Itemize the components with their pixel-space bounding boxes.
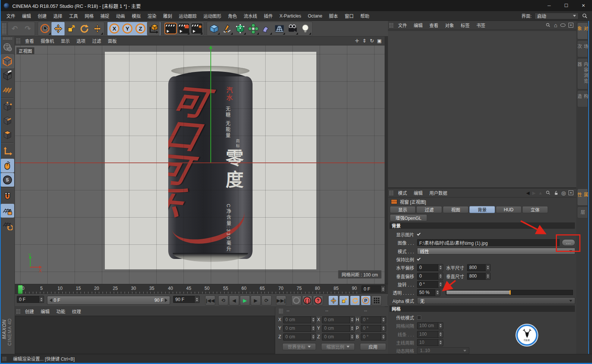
last-tool-button[interactable] (91, 22, 104, 35)
view-name-label[interactable]: 正视图 (16, 47, 34, 54)
lock-workplane-button[interactable] (1, 204, 14, 218)
coordinate-system-button[interactable] (147, 22, 160, 35)
tab-enhanced-opengl[interactable]: 增强OpenGL (390, 214, 427, 221)
viewport-menu-item[interactable]: 摄像机 (37, 38, 57, 44)
history-forward-icon[interactable]: ▶ (532, 190, 536, 196)
tab-layers[interactable]: 层 (577, 206, 588, 218)
go-to-end-button[interactable]: ▶▶| (276, 295, 286, 306)
mode-toolbar-grip[interactable] (3, 37, 12, 39)
workplane-rotate-button[interactable] (1, 218, 14, 232)
object-menu-item[interactable]: 标签 (457, 22, 473, 28)
spinner[interactable] (381, 325, 386, 332)
viewport-menu-item[interactable]: 过滤 (89, 38, 104, 44)
pan-view-icon[interactable]: ✛ (354, 38, 360, 44)
rotation-field[interactable]: 0 ° (417, 281, 438, 288)
toolbar-grip[interactable] (2, 23, 6, 34)
menubar-item[interactable]: 插件 (260, 13, 276, 19)
search-icon[interactable] (545, 190, 551, 196)
scale-tool-button[interactable] (65, 22, 78, 35)
add-spline-pen-button[interactable] (220, 22, 234, 35)
pos-y-field[interactable]: 0 cm (283, 325, 311, 332)
attribute-menu-item[interactable]: 模式 (395, 190, 410, 196)
keep-ratio-checkbox[interactable] (417, 257, 421, 261)
tab-stereo[interactable]: 立体 (522, 206, 548, 213)
render-to-picture-viewer-button[interactable] (177, 22, 190, 35)
viewport-solo-button[interactable] (1, 159, 14, 172)
menubar-item[interactable]: 捕捉 (97, 13, 113, 19)
coordinates-grip[interactable] (279, 308, 283, 314)
pos-x-field[interactable]: 0 cm (283, 316, 311, 323)
viewport-menu-item[interactable]: 面板 (104, 38, 120, 44)
play-button[interactable]: ▶ (240, 295, 250, 306)
magnet-snap-button[interactable] (1, 190, 14, 203)
menubar-item[interactable]: 动画 (113, 13, 128, 19)
tab-objects[interactable]: 对象 (577, 22, 588, 39)
floor-environment-button[interactable] (273, 22, 286, 35)
object-menu-item[interactable]: 对象 (442, 22, 457, 28)
points-mode-button[interactable] (1, 99, 14, 113)
menubar-item[interactable]: 雕刻 (160, 13, 175, 19)
lock-y-axis-button[interactable]: Y (121, 22, 134, 35)
spinner[interactable] (438, 264, 443, 271)
menubar-item[interactable]: 模拟 (128, 13, 144, 19)
v-offset-field[interactable]: 0 (417, 273, 438, 280)
object-list-area[interactable] (388, 31, 576, 187)
section-header-grid[interactable]: 网格 (389, 306, 575, 312)
undo-button[interactable]: ↶ (8, 22, 21, 35)
mode-dropdown[interactable]: 线性 (417, 248, 575, 254)
current-frame-field[interactable]: 0 F (361, 285, 386, 292)
key-parameter-button[interactable]: P (361, 295, 371, 306)
render-settings-button[interactable] (190, 22, 203, 35)
enable-axis-button[interactable] (1, 145, 14, 158)
subdivision-surface-button[interactable] (234, 22, 247, 35)
pos-z-field[interactable]: 0 cm (283, 333, 311, 341)
menubar-item[interactable]: 运动图形 (200, 13, 225, 19)
maximize-button[interactable]: ☐ (558, 0, 575, 11)
material-menu-item[interactable]: 纹理 (69, 308, 84, 314)
viewport-menu-item[interactable]: 查看 (22, 38, 37, 44)
next-key-button[interactable]: ▶ (251, 295, 261, 306)
spinner[interactable] (39, 296, 44, 303)
h-size-field[interactable]: 800 (467, 264, 486, 271)
spinner[interactable] (381, 333, 386, 341)
material-grip[interactable] (16, 309, 21, 314)
coordinate-system-dropdown[interactable]: 世界坐标 (282, 343, 316, 350)
menubar-item[interactable]: 创建 (34, 13, 50, 19)
polygons-mode-button[interactable] (1, 128, 14, 142)
spinner[interactable] (311, 325, 316, 332)
home-icon[interactable]: ⌂ (554, 22, 557, 28)
timeline-ruler[interactable]: 0 5 10 15 20 25 30 35 40 45 50 55 60 65 … (15, 284, 388, 294)
tab-content-browser[interactable]: 内容浏览器 (577, 58, 588, 89)
lock-z-axis-button[interactable]: Z (134, 22, 147, 35)
close-button[interactable]: ✕ (575, 0, 592, 11)
minimize-button[interactable]: ─ (541, 0, 558, 11)
legacy-mode-checkbox[interactable] (417, 316, 421, 320)
key-scale-button[interactable] (339, 295, 349, 306)
render-view-button[interactable] (164, 22, 177, 35)
redo-button[interactable]: ↷ (21, 22, 34, 35)
texture-mode-button[interactable] (1, 69, 14, 82)
edges-mode-button[interactable] (1, 114, 14, 127)
live-selection-button[interactable] (38, 22, 51, 35)
menubar-item[interactable]: 网格 (81, 13, 97, 19)
h-offset-field[interactable]: 0 (417, 264, 438, 271)
model-mode-button[interactable] (1, 54, 14, 68)
spinner[interactable] (350, 325, 355, 332)
deformer-button[interactable] (260, 22, 273, 35)
menubar-item[interactable]: 渲染 (144, 13, 160, 19)
attribute-grip[interactable] (389, 190, 394, 196)
rot-b-field[interactable]: 0 ° (361, 333, 381, 341)
menubar-item[interactable]: 脚本 (326, 13, 341, 19)
viewport-grip[interactable] (16, 38, 21, 44)
object-grip[interactable] (389, 23, 394, 28)
lock-icon[interactable] (554, 190, 559, 196)
alpha-mode-dropdown[interactable]: 无 (417, 297, 575, 304)
menubar-item[interactable]: 运动跟踪 (175, 13, 200, 19)
workplane-mode-button[interactable] (1, 83, 14, 96)
keyframe-selection-button[interactable]: ? (313, 295, 323, 306)
tab-filter[interactable]: 过滤 (416, 206, 442, 213)
zoom-view-icon[interactable]: ⇕ (361, 38, 367, 44)
spinner[interactable] (486, 264, 491, 271)
menubar-item[interactable]: 流水线 (240, 13, 260, 19)
viewport-canvas[interactable]: 可口可乐 汽水 无糖 无能量 商标 零度 C净含量:330毫升 Y X 正视图 … (15, 45, 385, 284)
